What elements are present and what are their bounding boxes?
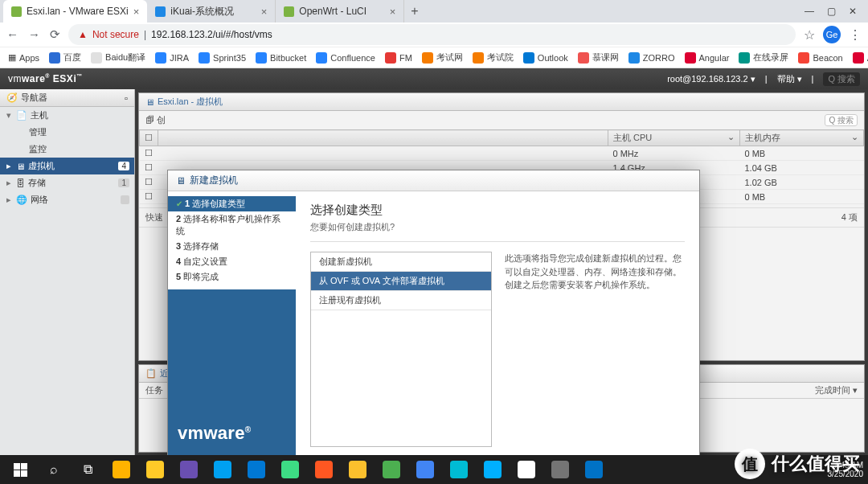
bookmark-baidufanyi[interactable]: Baidu翻译: [91, 51, 145, 64]
sidebar-collapse-icon[interactable]: ▫: [125, 93, 128, 103]
quick-filter-button[interactable]: 快速: [145, 211, 163, 224]
tab-esxi[interactable]: Esxi.lan - VMware ESXi ×: [3, 0, 147, 23]
taskbar-app[interactable]: [477, 457, 508, 482]
system-tray[interactable]: 7:45 AM 3/25/2020: [828, 461, 864, 478]
help-menu[interactable]: 帮助 ▾: [777, 73, 802, 85]
close-icon[interactable]: ×: [133, 6, 140, 18]
search-button[interactable]: ⌕: [39, 457, 69, 482]
taskbar-app[interactable]: [106, 457, 137, 482]
taskbar-app[interactable]: [579, 457, 609, 482]
col-task[interactable]: 任务: [145, 384, 163, 396]
taskbar-app[interactable]: [207, 457, 238, 482]
bookmark-zorro[interactable]: ZORRO: [628, 52, 675, 64]
windows-taskbar: ⌕ ⧉ 7:45 AM 3/25/2020: [0, 455, 868, 484]
bookmark-icon: [91, 52, 102, 64]
step-4[interactable]: 4 自定义设置: [168, 254, 296, 269]
panel-search[interactable]: Q 搜索: [825, 115, 858, 126]
option-create-new[interactable]: 创建新虚拟机: [311, 252, 491, 272]
step-5[interactable]: 5 即将完成: [168, 269, 296, 285]
tree-toggle-icon[interactable]: ▾: [6, 110, 11, 121]
bookmark-outlook[interactable]: Outlook: [523, 52, 568, 64]
bookmark-bitbucket[interactable]: Bitbucket: [256, 52, 306, 64]
new-tab-button[interactable]: +: [404, 4, 424, 18]
table-header-row: ☐ 主机 CPU ⌄ 主机内存 ⌄: [140, 130, 864, 146]
close-button[interactable]: ✕: [849, 6, 857, 17]
table-row[interactable]: ☐0 MHz0 MB: [140, 146, 864, 161]
steps-list: ✔1 选择创建类型 2 选择名称和客户机操作系统 3 选择存储 4 自定义设置 …: [168, 191, 296, 289]
taskbar-app[interactable]: [140, 457, 170, 482]
checkbox-header[interactable]: ☐: [140, 130, 158, 146]
taskbar-app[interactable]: [241, 457, 272, 482]
taskbar-app[interactable]: [275, 457, 305, 482]
close-icon[interactable]: ×: [390, 6, 396, 18]
sidebar-item-vms[interactable]: ▸🖥虚拟机4: [0, 158, 134, 174]
bookmark-baidu[interactable]: 百度: [49, 51, 81, 64]
menu-icon[interactable]: ⋮: [849, 27, 862, 43]
taskbar-app[interactable]: [545, 457, 575, 482]
sidebar-item-storage[interactable]: ▸🗄存储1: [0, 174, 134, 191]
url-input[interactable]: ▲ Not secure | 192.168.123.2/ui/#/host/v…: [68, 24, 796, 45]
step-2[interactable]: 2 选择名称和客户机操作系统: [168, 211, 296, 239]
task-view-button[interactable]: ⧉: [72, 457, 103, 482]
option-register[interactable]: 注册现有虚拟机: [311, 291, 491, 310]
app-icon: [450, 461, 468, 478]
global-search[interactable]: Q搜索: [823, 72, 860, 86]
tree-toggle-icon[interactable]: ▸: [6, 178, 11, 188]
bookmark-angularjs[interactable]: AngularJS: [853, 52, 868, 64]
close-icon[interactable]: ×: [261, 6, 268, 18]
col-mem[interactable]: 主机内存 ⌄: [739, 130, 863, 146]
bookmark-icon: [385, 52, 396, 64]
app-icon: [180, 461, 198, 478]
bookmark-confluence[interactable]: Confluence: [316, 52, 375, 64]
step-1[interactable]: ✔1 选择创建类型: [168, 196, 296, 211]
option-deploy-ovf[interactable]: 从 OVF 或 OVA 文件部署虚拟机: [311, 272, 491, 291]
user-menu[interactable]: root@192.168.123.2 ▾: [667, 74, 755, 84]
col-cpu[interactable]: 主机 CPU ⌄: [608, 130, 740, 146]
sidebar-item-host[interactable]: ▾📄主机: [0, 107, 134, 124]
taskbar-app[interactable]: [511, 457, 542, 482]
clock[interactable]: 7:45 AM 3/25/2020: [828, 461, 864, 478]
bookmark-icon: [155, 52, 166, 64]
taskbar-app[interactable]: [342, 457, 373, 482]
insecure-label: Not secure: [92, 29, 139, 40]
tasks-icon: 📋: [145, 368, 157, 379]
profile-avatar[interactable]: Ge: [823, 26, 841, 43]
tree-toggle-icon[interactable]: ▸: [6, 161, 11, 171]
create-vm-button[interactable]: 🗐 创: [145, 114, 166, 126]
back-button[interactable]: ←: [6, 27, 18, 42]
apps-button[interactable]: ▦Apps: [8, 52, 39, 63]
reload-button[interactable]: ⟳: [50, 27, 60, 42]
bookmark-screenrec[interactable]: 在线录屏: [739, 51, 788, 64]
taskbar-app[interactable]: [174, 457, 204, 482]
start-button[interactable]: [5, 457, 35, 482]
bookmark-angular[interactable]: Angular: [685, 52, 730, 64]
bookmark-jira[interactable]: JIRA: [155, 52, 189, 64]
bookmark-kaoshi[interactable]: 考试网: [422, 51, 463, 64]
sidebar-item-manage[interactable]: 管理: [0, 124, 134, 141]
window-controls: — ▢ ✕: [805, 6, 865, 17]
star-icon[interactable]: ☆: [804, 27, 815, 43]
bookmark-muke[interactable]: 慕课网: [578, 51, 619, 64]
col-time[interactable]: 完成时间 ▾: [815, 384, 858, 396]
tab-ikuai[interactable]: iKuai-系统概况 ×: [147, 0, 276, 23]
bookmark-kaoshiyuan[interactable]: 考试院: [473, 51, 514, 64]
bookmark-fm[interactable]: FM: [385, 52, 412, 64]
tree-toggle-icon[interactable]: ▸: [6, 195, 11, 205]
taskbar-app[interactable]: [410, 457, 440, 482]
maximize-button[interactable]: ▢: [827, 6, 836, 17]
taskbar-app[interactable]: [444, 457, 474, 482]
step-3[interactable]: 3 选择存储: [168, 239, 296, 254]
sidebar-item-network[interactable]: ▸🌐网络: [0, 191, 134, 208]
taskbar-app[interactable]: [309, 457, 339, 482]
bookmark-icon: [49, 52, 60, 64]
bookmark-sprint35[interactable]: Sprint35: [199, 52, 246, 64]
tab-openwrt[interactable]: OpenWrt - LuCI ×: [276, 0, 404, 23]
forward-button[interactable]: →: [28, 27, 40, 42]
sidebar-item-monitor[interactable]: 监控: [0, 141, 134, 158]
taskbar-app[interactable]: [376, 457, 407, 482]
bookmark-beacon[interactable]: Beacon: [798, 52, 842, 64]
search-icon: ⌕: [50, 462, 58, 477]
step-content: 创建新虚拟机 从 OVF 或 OVA 文件部署虚拟机 注册现有虚拟机 此选项将指…: [310, 252, 685, 447]
minimize-button[interactable]: —: [805, 6, 814, 17]
option-description: 此选项将指导您完成创建新虚拟机的过程。您可以自定义处理器、内存、网络连接和存储。…: [505, 252, 685, 447]
